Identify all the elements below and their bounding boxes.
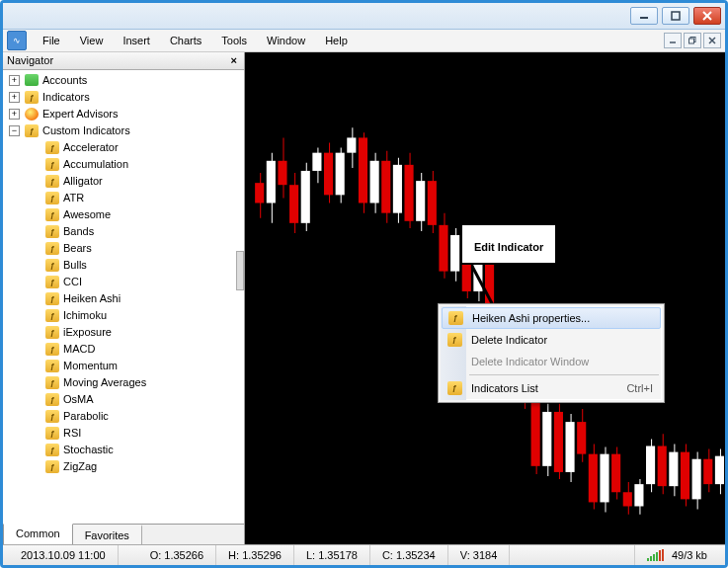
tree-item-bands[interactable]: ƒBands — [5, 223, 242, 240]
scrollbar-thumb[interactable] — [236, 251, 244, 290]
menu-window[interactable]: Window — [257, 32, 315, 49]
tree-label: Ichimoku — [63, 309, 107, 321]
tree-node-custom-indicators[interactable]: −ƒCustom Indicators — [5, 122, 242, 139]
fx-gear-icon: ƒ — [447, 310, 463, 326]
fx-del-icon: ƒ — [446, 332, 462, 348]
tree-item-alligator[interactable]: ƒAlligator — [5, 173, 242, 190]
indicator-icon: ƒ — [44, 325, 60, 339]
menu-tools[interactable]: Tools — [211, 32, 257, 49]
tree-label: CCI — [63, 276, 82, 287]
tree-node-expert-advisors[interactable]: +Expert Advisors — [5, 106, 242, 122]
indicator-icon: ƒ — [44, 342, 60, 356]
tree-item-iexposure[interactable]: ƒiExposure — [5, 324, 242, 341]
ctx-heiken-ashi-properties[interactable]: ƒHeiken Ashi properties... — [442, 307, 661, 329]
statusbar: 2013.10.09 11:00 O: 1.35266 H: 1.35296 L… — [3, 544, 725, 565]
tree-item-accelerator[interactable]: ƒAccelerator — [5, 139, 242, 156]
svg-rect-18 — [301, 171, 310, 223]
svg-rect-74 — [623, 492, 632, 506]
tree-item-rsi[interactable]: ƒRSI — [5, 425, 242, 442]
context-menu: ƒHeiken Ashi properties...ƒDelete Indica… — [438, 303, 665, 403]
tree-label: Momentum — [63, 360, 118, 371]
ctx-delete-indicator[interactable]: ƒDelete Indicator — [442, 329, 661, 351]
tree-label: Moving Averages — [63, 376, 146, 388]
svg-rect-16 — [289, 185, 298, 223]
ctx-indicators-list[interactable]: ƒIndicators ListCtrl+I — [442, 377, 661, 399]
tree-item-moving-averages[interactable]: ƒMoving Averages — [5, 374, 242, 391]
tree-label: MACD — [63, 343, 95, 355]
navigator-close-icon[interactable]: × — [228, 54, 240, 66]
svg-rect-28 — [359, 137, 367, 203]
close-button[interactable] — [693, 7, 721, 25]
minimize-button[interactable] — [630, 7, 658, 25]
svg-rect-42 — [439, 225, 447, 272]
expand-icon[interactable]: + — [9, 109, 20, 120]
mdi-close-button[interactable] — [703, 33, 721, 48]
navigator-header: Navigator × — [3, 52, 244, 70]
expand-icon[interactable]: + — [9, 75, 20, 86]
tree-item-ichimoku[interactable]: ƒIchimoku — [5, 307, 242, 324]
tree-label: Accounts — [42, 74, 87, 86]
indicator-icon: ƒ — [44, 291, 60, 305]
tree-item-momentum[interactable]: ƒMomentum — [5, 358, 242, 374]
svg-rect-86 — [692, 459, 701, 500]
tree-item-macd[interactable]: ƒMACD — [5, 341, 242, 358]
app-icon: ∿ — [7, 31, 27, 50]
svg-rect-24 — [336, 152, 345, 195]
indicator-icon: ƒ — [44, 443, 60, 456]
svg-rect-20 — [312, 152, 321, 170]
svg-rect-14 — [278, 161, 286, 185]
chart-area[interactable]: Edit Indicator ƒHeiken Ashi properties..… — [245, 52, 725, 544]
navigator-tree[interactable]: +Accounts+ƒIndicators+Expert Advisors−ƒC… — [3, 70, 244, 524]
tree-item-atr[interactable]: ƒATR — [5, 190, 242, 206]
navigator-title: Navigator — [7, 54, 53, 66]
tree-item-bears[interactable]: ƒBears — [5, 240, 242, 257]
tree-item-heiken-ashi[interactable]: ƒHeiken Ashi — [5, 290, 242, 307]
ctx-label: Delete Indicator — [471, 334, 547, 346]
menu-help[interactable]: Help — [315, 32, 358, 49]
tree-label: Alligator — [63, 175, 103, 187]
tree-label: Bulls — [63, 259, 87, 271]
svg-rect-70 — [600, 453, 608, 502]
indicator-icon: ƒ — [44, 157, 60, 171]
svg-rect-64 — [566, 422, 575, 472]
mdi-restore-button[interactable] — [684, 33, 701, 48]
tree-label: Bears — [63, 242, 92, 254]
indicator-icon: ƒ — [44, 241, 60, 255]
indicator-icon: ƒ — [44, 392, 60, 406]
svg-rect-68 — [589, 453, 598, 502]
menu-insert[interactable]: Insert — [113, 32, 160, 49]
tree-item-bulls[interactable]: ƒBulls — [5, 257, 242, 274]
svg-rect-76 — [634, 484, 643, 506]
expand-icon[interactable]: + — [9, 92, 20, 103]
tree-label: Bands — [63, 225, 94, 237]
tree-item-zigzag[interactable]: ƒZigZag — [5, 458, 242, 475]
indicator-icon: ƒ — [44, 426, 60, 440]
collapse-icon[interactable]: − — [9, 125, 20, 136]
mdi-minimize-button[interactable] — [664, 33, 682, 48]
tree-item-cci[interactable]: ƒCCI — [5, 274, 242, 290]
svg-rect-38 — [416, 181, 425, 221]
maximize-button[interactable] — [662, 7, 689, 25]
indicator-icon: ƒ — [44, 308, 60, 322]
tree-item-awesome[interactable]: ƒAwesome — [5, 206, 242, 223]
menu-view[interactable]: View — [70, 32, 114, 49]
svg-rect-44 — [450, 235, 459, 272]
tree-node-accounts[interactable]: +Accounts — [5, 72, 242, 89]
svg-rect-62 — [554, 412, 563, 472]
tree-item-parabolic[interactable]: ƒParabolic — [5, 408, 242, 425]
tree-item-osma[interactable]: ƒOsMA — [5, 391, 242, 408]
menu-file[interactable]: File — [33, 32, 70, 49]
svg-rect-1 — [672, 12, 680, 20]
tree-label: Awesome — [63, 208, 111, 220]
tree-node-indicators[interactable]: +ƒIndicators — [5, 89, 242, 106]
tab-common[interactable]: Common — [3, 524, 73, 544]
indicator-icon: ƒ — [44, 409, 60, 423]
tree-item-stochastic[interactable]: ƒStochastic — [5, 442, 242, 458]
navigator-panel: Navigator × +Accounts+ƒIndicators+Expert… — [3, 52, 245, 544]
status-volume: V: 3184 — [448, 545, 511, 565]
tab-favorites[interactable]: Favorites — [73, 525, 142, 544]
tree-item-accumulation[interactable]: ƒAccumulation — [5, 156, 242, 173]
svg-rect-36 — [404, 165, 413, 221]
menu-charts[interactable]: Charts — [160, 32, 211, 49]
indicator-icon: ƒ — [44, 191, 60, 204]
